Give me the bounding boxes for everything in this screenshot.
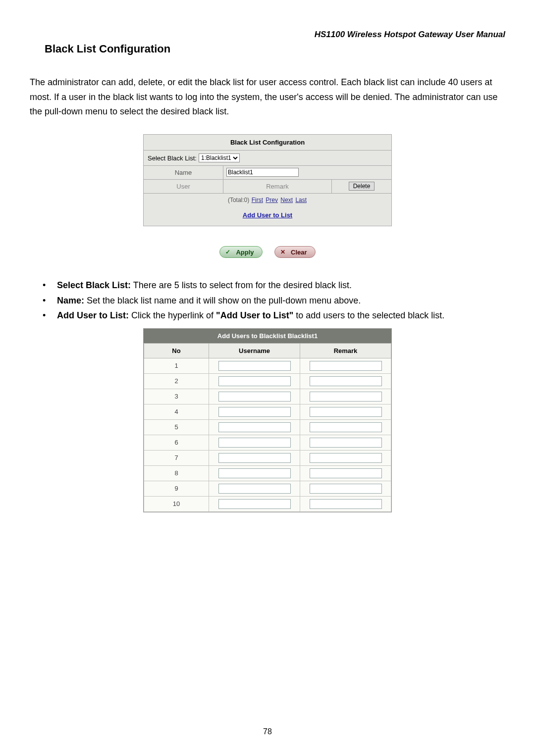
th-no: No — [144, 343, 209, 358]
select-blacklist-row: Select Black List: 1:Blacklist1 — [144, 151, 391, 166]
username-input[interactable] — [218, 499, 291, 509]
username-input[interactable] — [218, 468, 291, 478]
clear-button[interactable]: ✕ Clear — [274, 246, 316, 258]
row-username-cell — [209, 373, 300, 389]
row-remark-cell — [300, 450, 391, 465]
panel1-title: Black List Configuration — [144, 135, 391, 151]
name-label: Name — [144, 166, 223, 179]
bullet-name: Name: Set the black list name and it wil… — [45, 293, 505, 308]
row-remark-cell — [300, 373, 391, 389]
th-username: Username — [209, 343, 300, 358]
bullet2-strong: Name: — [57, 296, 84, 305]
table-row: 9 — [144, 481, 391, 496]
row-remark-cell — [300, 389, 391, 404]
row-username-cell — [209, 481, 300, 496]
apply-button-label: Apply — [236, 249, 254, 256]
pager-total: (Total:0) — [228, 197, 249, 203]
row-no: 4 — [144, 404, 209, 419]
apply-button[interactable]: ✓ Apply — [219, 246, 262, 258]
cross-icon: ✕ — [279, 248, 287, 256]
select-blacklist-label: Select Black List: — [148, 154, 197, 162]
bullet1-rest: There are 5 lists to select from for the… — [131, 280, 352, 290]
username-input[interactable] — [218, 361, 291, 371]
bullet-select: Select Black List: There are 5 lists to … — [45, 278, 505, 293]
action-buttons-row: ✓ Apply ✕ Clear — [30, 246, 505, 258]
row-username-cell — [209, 435, 300, 450]
pager-last[interactable]: Last — [295, 197, 307, 203]
add-user-link[interactable]: Add User to List — [243, 211, 292, 219]
bullet3-strong: Add User to List: — [57, 310, 129, 320]
remark-input[interactable] — [310, 499, 382, 509]
bullet-list: Select Black List: There are 5 lists to … — [30, 278, 505, 323]
row-no: 9 — [144, 481, 209, 496]
col-remark: Remark — [223, 180, 332, 193]
check-icon: ✓ — [224, 248, 232, 256]
remark-input[interactable] — [310, 468, 382, 478]
pager-row: (Total:0) First Prev Next Last — [144, 194, 391, 206]
username-input[interactable] — [218, 453, 291, 463]
remark-input[interactable] — [310, 422, 382, 432]
row-no: 3 — [144, 389, 209, 404]
row-remark-cell — [300, 358, 391, 373]
username-input[interactable] — [218, 407, 291, 417]
table-row: 8 — [144, 465, 391, 481]
pager-first[interactable]: First — [252, 197, 263, 203]
manual-header: HS1100 Wireless Hotspot Gateway User Man… — [30, 30, 505, 40]
table-row: 10 — [144, 496, 391, 511]
select-blacklist-dropdown[interactable]: 1:Blacklist1 — [199, 153, 240, 162]
row-remark-cell — [300, 481, 391, 496]
bullet3-mid2: to add users to the selected black list. — [293, 310, 444, 320]
name-row: Name — [144, 166, 391, 180]
row-remark-cell — [300, 435, 391, 450]
username-input[interactable] — [218, 392, 291, 402]
remark-input[interactable] — [310, 392, 382, 402]
username-input[interactable] — [218, 438, 291, 448]
bullet-add: Add User to List: Click the hyperlink of… — [45, 308, 505, 323]
remark-input[interactable] — [310, 407, 382, 417]
table-row: 2 — [144, 373, 391, 389]
username-input[interactable] — [218, 484, 291, 494]
add-users-table: No Username Remark 12345678910 — [144, 343, 391, 512]
row-no: 6 — [144, 435, 209, 450]
row-username-cell — [209, 389, 300, 404]
row-username-cell — [209, 450, 300, 465]
blacklist-config-panel: Black List Configuration Select Black Li… — [143, 134, 392, 226]
page-number: 78 — [0, 727, 535, 736]
row-remark-cell — [300, 496, 391, 511]
table-row: 4 — [144, 404, 391, 419]
bullet2-rest: Set the black list name and it will show… — [84, 296, 361, 305]
table-row: 5 — [144, 419, 391, 435]
intro-paragraph: The administrator can add, delete, or ed… — [30, 75, 505, 119]
table-row: 6 — [144, 435, 391, 450]
table-row: 7 — [144, 450, 391, 465]
bullet1-strong: Select Black List: — [57, 280, 131, 290]
row-no: 7 — [144, 450, 209, 465]
bullet3-quote: "Add User to List" — [216, 310, 293, 320]
add-users-panel: Add Users to Blacklist Blacklist1 No Use… — [143, 328, 392, 512]
username-input[interactable] — [218, 422, 291, 432]
row-username-cell — [209, 419, 300, 435]
row-remark-cell — [300, 404, 391, 419]
row-no: 5 — [144, 419, 209, 435]
remark-input[interactable] — [310, 484, 382, 494]
pager-prev[interactable]: Prev — [266, 197, 278, 203]
remark-input[interactable] — [310, 376, 382, 386]
row-remark-cell — [300, 465, 391, 481]
row-username-cell — [209, 358, 300, 373]
remark-input[interactable] — [310, 438, 382, 448]
name-input[interactable] — [226, 168, 299, 177]
table-row: 3 — [144, 389, 391, 404]
remark-input[interactable] — [310, 361, 382, 371]
delete-button[interactable]: Delete — [349, 182, 375, 191]
pager-next[interactable]: Next — [280, 197, 293, 203]
th-remark: Remark — [300, 343, 391, 358]
remark-input[interactable] — [310, 453, 382, 463]
row-no: 1 — [144, 358, 209, 373]
section-title: Black List Configuration — [45, 43, 505, 55]
row-remark-cell — [300, 419, 391, 435]
clear-button-label: Clear — [291, 249, 307, 256]
table-row: 1 — [144, 358, 391, 373]
bullet3-mid1: Click the hyperlink of — [129, 310, 216, 320]
username-input[interactable] — [218, 376, 291, 386]
row-username-cell — [209, 496, 300, 511]
